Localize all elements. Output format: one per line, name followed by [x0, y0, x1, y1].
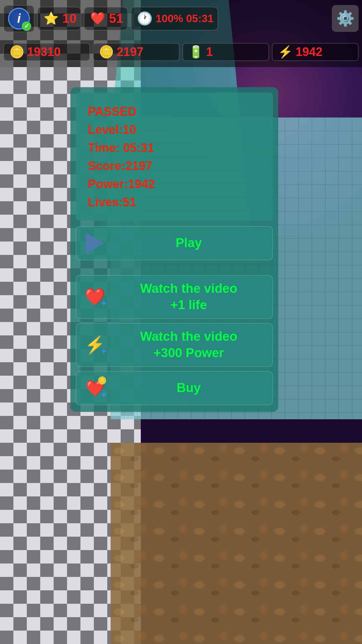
energy-icon: 🔋	[188, 45, 203, 59]
coin-buy-icon: 🪙	[98, 376, 107, 385]
energy-item: 🔋 1	[182, 43, 269, 61]
watch-power-label: Watch the video +300 Power	[112, 328, 265, 362]
plus-buy-icon: +	[101, 389, 107, 400]
play-icon	[83, 231, 107, 255]
result-dialog: PASSED Level:10 Time: 05:31 Score:2197 P…	[70, 87, 278, 412]
header-bar: i ✓ ⭐ 10 ❤️ 51 🕐 100% 05:31 ⚙️	[0, 0, 362, 37]
coins1-value: 19310	[27, 45, 61, 59]
star-icon: ⭐	[42, 9, 60, 28]
resource-bar: 🪙 19310 🪙 2197 🔋 1 ⚡ 1942	[0, 37, 362, 67]
lives-text: Lives:51	[88, 193, 261, 211]
buy-button[interactable]: ❤️ + 🪙 Buy	[76, 371, 273, 405]
timer-item: 🕐 100% 05:31	[131, 7, 219, 31]
watch-life-line1: Watch the video	[140, 281, 237, 296]
play-button[interactable]: Play	[76, 226, 273, 260]
info-item: i ✓	[3, 5, 35, 32]
action-buttons: Play ❤️ + Watch the video +1 life ⚡ + Wa…	[70, 221, 278, 412]
spacer	[76, 264, 273, 271]
heart-icon: ❤️	[88, 9, 107, 28]
textured-ground	[111, 443, 362, 644]
coin2-icon: 🪙	[99, 45, 114, 59]
coins1-item: 🪙 19310	[3, 43, 90, 61]
status-text: PASSED	[88, 103, 261, 121]
plus-power-icon: +	[101, 346, 107, 357]
lives-value: 51	[109, 11, 123, 26]
info-check-icon: i ✓	[8, 8, 30, 30]
stars-value: 10	[62, 11, 76, 26]
watch-life-label: Watch the video +1 life	[112, 280, 265, 314]
lightning-icon: ⚡	[278, 45, 293, 59]
score-text: Score:2197	[88, 157, 261, 175]
coins2-value: 2197	[117, 45, 143, 59]
power-text: Power:1942	[88, 175, 261, 193]
level-text: Level:10	[88, 121, 261, 139]
power-item: ⚡ 1942	[272, 43, 359, 61]
watch-power-line2: +300 Power	[154, 346, 224, 360]
stars-item: ⭐ 10	[37, 7, 81, 31]
energy-value: 1	[206, 45, 213, 59]
watch-power-icon-wrapper: ⚡ +	[83, 333, 107, 357]
watch-life-icon-wrapper: ❤️ +	[83, 285, 107, 309]
coins2-item: 🪙 2197	[93, 43, 180, 61]
watch-life-button[interactable]: ❤️ + Watch the video +1 life	[76, 275, 273, 319]
watch-life-line2: +1 life	[171, 298, 207, 312]
buy-label: Buy	[112, 380, 265, 396]
play-label: Play	[112, 235, 265, 251]
power-value: 1942	[296, 45, 322, 59]
lives-item: ❤️ 51	[84, 7, 128, 31]
plus-life-icon: +	[101, 298, 107, 309]
play-triangle-shape	[85, 232, 104, 254]
timer-icon: 🕐	[135, 9, 154, 28]
watch-power-line1: Watch the video	[140, 329, 237, 343]
coin1-icon: 🪙	[9, 45, 24, 59]
check-badge: ✓	[22, 21, 31, 31]
timer-value: 100% 05:31	[156, 12, 214, 25]
watch-power-button[interactable]: ⚡ + Watch the video +300 Power	[76, 323, 273, 367]
buy-icon-wrapper: ❤️ + 🪙	[83, 376, 107, 400]
settings-button[interactable]: ⚙️	[332, 5, 359, 32]
stats-section: PASSED Level:10 Time: 05:31 Score:2197 P…	[76, 93, 273, 221]
time-text: Time: 05:31	[88, 139, 261, 157]
